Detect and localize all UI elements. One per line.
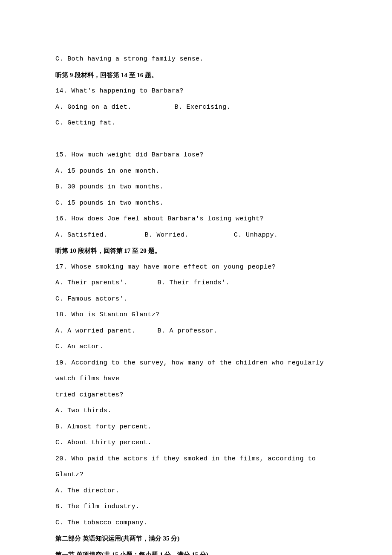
- part-two-section-one-heading: 第一节 单项填空(共 15 小题；每小题 1 分，满分 15 分): [55, 547, 337, 555]
- question-14-options-ab: A. Going on a diet. B. Exercising.: [55, 99, 337, 116]
- question-18-options-ab: A. A worried parent. B. A professor.: [55, 323, 337, 339]
- q19-option-c: C. About thirty percent.: [55, 435, 337, 451]
- option-c-previous: C. Both having a strong family sense.: [55, 51, 337, 67]
- q14-option-a: A. Going on a diet.: [55, 99, 170, 116]
- q17-option-b: B. Their friends'.: [157, 275, 229, 291]
- q19-option-a: A. Two thirds.: [55, 403, 337, 419]
- question-16: 16. How does Joe feel about Barbara's lo…: [55, 211, 337, 227]
- q20-option-c: C. The tobacco company.: [55, 515, 337, 531]
- q20-option-a: A. The director.: [55, 483, 337, 499]
- q18-option-b: B. A professor.: [157, 323, 217, 339]
- q15-option-a: A. 15 pounds in one month.: [55, 163, 337, 179]
- q15-option-b: B. 30 pounds in two months.: [55, 179, 337, 195]
- section-heading-10: 听第 10 段材料，回答第 17 至 20 题。: [55, 243, 337, 259]
- section-heading-9: 听第 9 段材料，回答第 14 至 16 题。: [55, 67, 337, 84]
- question-15: 15. How much weight did Barbara lose?: [55, 147, 337, 163]
- question-20: 20. Who paid the actors if they smoked i…: [55, 451, 337, 483]
- question-14: 14. What's happening to Barbara?: [55, 83, 337, 99]
- q20-option-b: B. The film industry.: [55, 499, 337, 515]
- question-17-options-ab: A. Their parents'. B. Their friends'.: [55, 275, 337, 291]
- document-page: C. Both having a strong family sense. 听第…: [0, 0, 392, 555]
- q17-option-c: C. Famous actors'.: [55, 291, 337, 307]
- q16-option-a: A. Satisfied.: [55, 227, 141, 243]
- q18-option-a: A. A worried parent.: [55, 323, 153, 339]
- question-19-line2: tried cigarettes?: [55, 387, 337, 403]
- q15-option-c: C. 15 pounds in two months.: [55, 195, 337, 211]
- part-two-heading: 第二部分 英语知识运用(共两节，满分 35 分): [55, 531, 337, 547]
- q16-option-c: C. Unhappy.: [234, 227, 278, 243]
- question-19-line1: 19. According to the survey, how many of…: [55, 355, 337, 387]
- q16-option-b: B. Worried.: [144, 227, 230, 243]
- q17-option-a: A. Their parents'.: [55, 275, 153, 291]
- question-16-options: A. Satisfied. B. Worried. C. Unhappy.: [55, 227, 337, 243]
- q18-option-c: C. An actor.: [55, 339, 337, 355]
- q19-option-b: B. Almost forty percent.: [55, 419, 337, 435]
- question-17: 17. Whose smoking may have more effect o…: [55, 259, 337, 275]
- q14-option-b: B. Exercising.: [174, 99, 231, 116]
- q14-option-c: C. Getting fat.: [55, 115, 337, 131]
- question-18: 18. Who is Stanton Glantz?: [55, 307, 337, 323]
